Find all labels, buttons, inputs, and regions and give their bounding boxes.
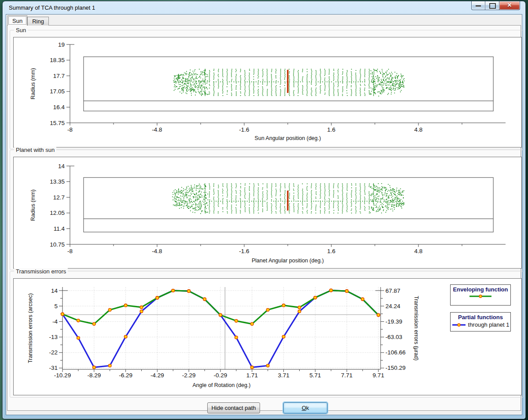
- ok-label-mnemonic: O: [302, 405, 306, 411]
- ok-label: k: [306, 405, 309, 411]
- sun-contact-chart: 1918.3517.717.0516.415.75-8-4.8-1.61.64.…: [14, 37, 521, 147]
- svg-text:-10.29: -10.29: [54, 372, 71, 379]
- svg-text:5.71: 5.71: [309, 372, 321, 379]
- ok-button[interactable]: Ok: [283, 402, 327, 413]
- svg-text:-4: -4: [52, 318, 58, 325]
- minimize-button[interactable]: [471, 1, 485, 10]
- hide-contact-path-button[interactable]: Hide contact path: [207, 402, 260, 413]
- legend-partial-entry: through planet 1: [468, 321, 510, 328]
- window-titlebar[interactable]: Summary of TCA through planet 1 ✕: [3, 1, 525, 14]
- svg-text:4.8: 4.8: [414, 126, 423, 133]
- svg-text:Transmission errors (µrad): Transmission errors (µrad): [413, 296, 419, 361]
- legend-partial: Partial functions through planet 1: [450, 312, 511, 332]
- group-transmission-label: Transmission errors: [14, 268, 68, 275]
- tab-sun[interactable]: Sun: [7, 15, 27, 26]
- svg-text:-1.6: -1.6: [239, 126, 249, 133]
- svg-text:3.71: 3.71: [278, 372, 289, 379]
- svg-text:24.24: 24.24: [385, 303, 400, 309]
- transmission-errors-chart: 1467.87524.24-4-19.39-13-63.03-22-106.66…: [14, 279, 521, 395]
- svg-text:Planet Angular position (deg.): Planet Angular position (deg.): [252, 258, 324, 264]
- svg-text:-4.8: -4.8: [152, 126, 162, 133]
- group-transmission-errors: Transmission errors 1467.87524.24-4-19.3…: [10, 271, 524, 398]
- tab-strip: Sun Ring: [7, 16, 49, 26]
- legend-enveloping: Enveloping function: [450, 284, 511, 306]
- transmission-chart-panel: 1467.87524.24-4-19.39-13-63.03-22-106.66…: [13, 278, 522, 395]
- planet-contact-chart: 1413.3512.712.0511.410.75-8-4.8-1.61.64.…: [14, 157, 521, 268]
- maximize-button[interactable]: [485, 1, 499, 10]
- svg-text:-22: -22: [49, 349, 58, 356]
- group-sun-label: Sun: [14, 27, 28, 33]
- svg-text:-150.29: -150.29: [385, 365, 406, 371]
- svg-text:17.05: 17.05: [50, 88, 65, 95]
- dialog-window: Summary of TCA through planet 1 ✕ Sun Ri…: [2, 1, 526, 419]
- contact-pattern-dots: [173, 69, 405, 96]
- desktop-background: { "window": { "title": "Summary of TCA t…: [0, 0, 528, 420]
- window-title: Summary of TCA through planet 1: [9, 4, 95, 11]
- window-controls: ✕: [471, 1, 520, 10]
- svg-text:-19.39: -19.39: [385, 318, 402, 325]
- svg-text:Angle of Rotation (deg.): Angle of Rotation (deg.): [192, 382, 250, 388]
- svg-text:-63.03: -63.03: [385, 334, 402, 340]
- hide-contact-path-label: Hide contact path: [211, 405, 256, 411]
- svg-text:5: 5: [54, 303, 58, 309]
- svg-text:-1.6: -1.6: [239, 248, 249, 254]
- partial-line-sample: [452, 322, 466, 328]
- svg-text:18.35: 18.35: [50, 57, 65, 63]
- tab-sun-label: Sun: [12, 18, 22, 24]
- svg-text:9.71: 9.71: [373, 372, 384, 379]
- data-point-markers: [61, 289, 380, 368]
- svg-text:Radius (mm): Radius (mm): [30, 68, 36, 99]
- svg-text:13.35: 13.35: [50, 178, 65, 185]
- svg-text:17.7: 17.7: [53, 73, 65, 79]
- svg-text:14: 14: [58, 163, 65, 169]
- close-icon: ✕: [499, 2, 520, 8]
- svg-text:-106.66: -106.66: [385, 349, 406, 356]
- svg-text:11.4: 11.4: [54, 225, 65, 232]
- svg-text:19: 19: [58, 41, 65, 48]
- svg-text:4.8: 4.8: [414, 248, 423, 254]
- sun-chart-panel: 1918.3517.717.0516.415.75-8-4.8-1.61.64.…: [13, 37, 522, 147]
- svg-text:14: 14: [51, 287, 58, 294]
- svg-text:16.4: 16.4: [53, 104, 65, 111]
- svg-text:12.7: 12.7: [53, 194, 65, 201]
- group-planet-label: Planet with sun: [14, 147, 56, 153]
- svg-text:-0.29: -0.29: [214, 372, 227, 379]
- svg-text:-4.8: -4.8: [152, 248, 162, 254]
- close-button[interactable]: ✕: [499, 1, 520, 10]
- svg-text:1.71: 1.71: [246, 372, 258, 379]
- group-sun: Sun 1918.3517.717.0516.415.75-8-4.8-1.61…: [10, 30, 524, 149]
- legend-enveloping-title: Enveloping function: [451, 286, 510, 293]
- svg-text:7.71: 7.71: [341, 372, 352, 379]
- svg-text:Radius (mm): Radius (mm): [30, 189, 36, 221]
- planet-chart-panel: 1413.3512.712.0511.410.75-8-4.8-1.61.64.…: [13, 157, 522, 269]
- tab-page-sun: Sun 1918.3517.717.0516.415.75-8-4.8-1.61…: [7, 25, 521, 411]
- svg-text:Sun Angular position (deg.): Sun Angular position (deg.): [255, 135, 321, 141]
- minimize-icon: [476, 5, 481, 7]
- enveloping-line-sample: [469, 294, 492, 299]
- svg-text:-13: -13: [49, 334, 58, 340]
- svg-text:-8: -8: [67, 248, 73, 254]
- svg-text:67.87: 67.87: [385, 287, 400, 294]
- svg-text:-6.29: -6.29: [119, 372, 132, 379]
- svg-text:10.75: 10.75: [50, 241, 65, 248]
- svg-text:Transmission errors (arcsec): Transmission errors (arcsec): [27, 293, 33, 363]
- svg-text:1.6: 1.6: [327, 126, 336, 133]
- svg-text:-2.29: -2.29: [182, 372, 196, 379]
- svg-text:12.05: 12.05: [50, 210, 65, 216]
- svg-text:-4.29: -4.29: [150, 372, 164, 379]
- svg-text:1.6: 1.6: [327, 248, 336, 254]
- legend-partial-title: Partial functions: [451, 314, 510, 321]
- svg-text:-8.29: -8.29: [87, 372, 101, 379]
- tab-ring-label: Ring: [32, 18, 44, 25]
- dialog-client-area: Sun Ring Sun 1918.3517.717.0516.415.75-8…: [6, 14, 522, 415]
- tab-ring[interactable]: Ring: [27, 17, 49, 26]
- maximize-icon: [489, 3, 496, 9]
- group-planet-with-sun: Planet with sun 1413.3512.712.0511.410.7…: [10, 150, 524, 270]
- svg-text:-31: -31: [49, 365, 58, 371]
- svg-text:15.75: 15.75: [50, 120, 65, 126]
- svg-text:-8: -8: [67, 126, 73, 133]
